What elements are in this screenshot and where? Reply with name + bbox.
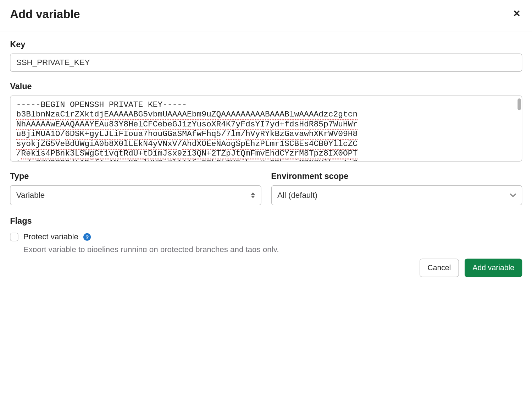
- close-icon[interactable]: ✕: [511, 7, 522, 20]
- type-select[interactable]: Variable: [10, 185, 261, 205]
- protect-checkbox[interactable]: [10, 233, 18, 241]
- flags-heading: Flags: [10, 216, 522, 226]
- env-scope-selected-value: All (default): [277, 191, 317, 200]
- modal-header: Add variable ✕: [0, 0, 532, 31]
- sort-icon: [251, 192, 255, 198]
- value-label: Value: [10, 82, 522, 91]
- scrollbar-thumb[interactable]: [517, 98, 521, 110]
- type-selected-value: Variable: [16, 191, 45, 200]
- modal-footer: Cancel Add variable: [0, 252, 532, 285]
- env-scope-label: Environment scope: [271, 172, 522, 181]
- add-variable-button[interactable]: Add variable: [465, 259, 522, 277]
- key-input[interactable]: [10, 53, 522, 72]
- modal-title: Add variable: [10, 7, 80, 21]
- key-label: Key: [10, 40, 522, 49]
- cancel-button[interactable]: Cancel: [420, 259, 459, 277]
- modal-body: Key Value -----BEGIN OPENSSH PRIVATE KEY…: [0, 31, 532, 284]
- type-label: Type: [10, 172, 261, 181]
- env-scope-select[interactable]: All (default): [271, 185, 522, 205]
- value-textarea[interactable]: -----BEGIN OPENSSH PRIVATE KEY----- b3Bl…: [10, 96, 522, 162]
- chevron-down-icon: [510, 192, 516, 198]
- protect-label: Protect variable: [23, 232, 78, 241]
- help-icon[interactable]: ?: [83, 233, 91, 241]
